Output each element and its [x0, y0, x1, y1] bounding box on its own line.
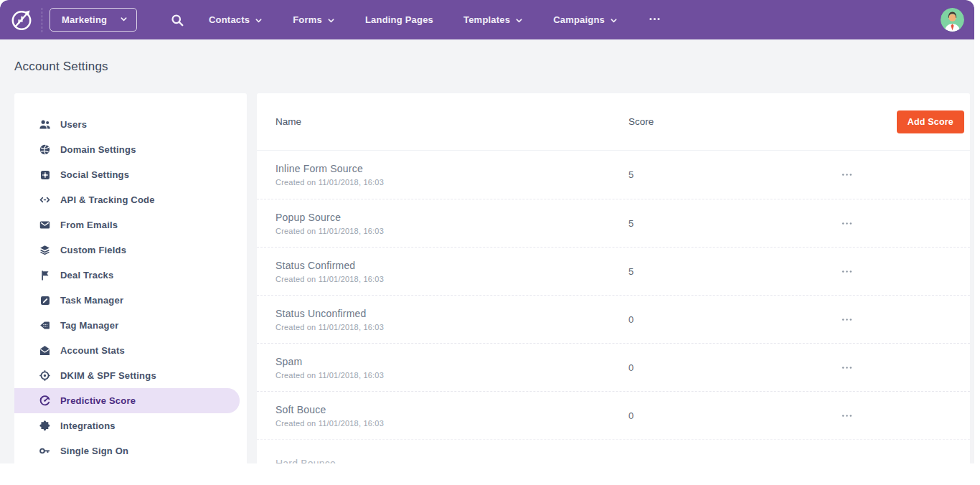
flag-icon	[39, 269, 51, 281]
row-name-cell: Soft BouceCreated on 11/01/2018, 16:03	[275, 404, 628, 428]
chevron-down-icon	[327, 17, 335, 24]
predictive-score-panel: Name Score Add Score Inline Form SourceC…	[257, 93, 970, 463]
row-created-timestamp: Created on 11/01/2018, 16:03	[275, 275, 628, 283]
nav-item-campaigns[interactable]: Campaigns	[553, 9, 618, 31]
column-header-name: Name	[275, 116, 628, 127]
nav-item-label: Campaigns	[553, 14, 605, 25]
sidebar-item-task-manager[interactable]: Task Manager	[14, 288, 240, 313]
row-name-cell: SpamCreated on 11/01/2018, 16:03	[275, 356, 628, 380]
row-name: Popup Source	[275, 212, 628, 223]
sidebar-item-api-tracking-code[interactable]: API & Tracking Code	[14, 187, 240, 212]
code-icon	[39, 194, 51, 206]
sidebar-item-label: Tag Manager	[60, 320, 118, 331]
sidebar-item-domain-settings[interactable]: Domain Settings	[14, 137, 240, 162]
row-menu-button[interactable]	[841, 169, 858, 181]
users-icon	[39, 118, 51, 131]
topbar-divider	[42, 8, 42, 32]
sidebar-item-integrations[interactable]: Integrations	[14, 413, 240, 438]
row-created-timestamp: Created on 11/01/2018, 16:03	[275, 178, 628, 187]
row-score-value: 0	[628, 314, 841, 325]
top-navigation-bar: Marketing ContactsFormsLanding PagesTemp…	[0, 0, 974, 39]
search-icon[interactable]	[170, 13, 184, 27]
nav-item-landing-pages[interactable]: Landing Pages	[365, 9, 433, 31]
row-menu-button[interactable]	[841, 217, 858, 230]
chevron-down-icon	[120, 14, 128, 25]
sidebar-item-social-settings[interactable]: Social Settings	[14, 162, 240, 187]
puzzle-icon	[39, 420, 51, 432]
sidebar-item-single-sign-on[interactable]: Single Sign On	[14, 438, 240, 463]
sidebar-item-label: Task Manager	[60, 295, 123, 306]
sidebar-item-label: Account Stats	[60, 345, 125, 356]
sidebar-item-label: Integrations	[60, 420, 116, 431]
nav-item-label: Templates	[463, 14, 510, 25]
row-created-timestamp: Created on 11/01/2018, 16:03	[275, 227, 628, 235]
open-envelope-icon	[39, 344, 51, 357]
column-header-score: Score	[628, 116, 897, 127]
row-created-timestamp: Created on 11/01/2018, 16:03	[275, 323, 628, 331]
app-switcher-button[interactable]: Marketing	[50, 8, 137, 32]
row-score-value: 5	[628, 266, 841, 277]
row-name-cell: Status ConfirmedCreated on 11/01/2018, 1…	[275, 260, 628, 283]
row-name-cell: Hard Bounce	[275, 458, 628, 463]
row-score-value: 5	[628, 218, 841, 229]
nav-item-forms[interactable]: Forms	[293, 9, 335, 31]
row-menu-button[interactable]	[841, 265, 858, 278]
row-menu-button[interactable]	[841, 410, 858, 422]
sidebar-item-account-stats[interactable]: Account Stats	[14, 338, 240, 363]
sidebar-item-custom-fields[interactable]: Custom Fields	[14, 237, 240, 263]
page-header: Account Settings	[0, 39, 974, 93]
row-name: Inline Form Source	[275, 163, 628, 174]
row-name-cell: Inline Form SourceCreated on 11/01/2018,…	[275, 163, 628, 187]
add-score-button[interactable]: Add Score	[897, 110, 964, 133]
sidebar-item-predictive-score[interactable]: Predictive Score	[14, 388, 240, 413]
row-created-timestamp: Created on 11/01/2018, 16:03	[275, 419, 628, 428]
score-row-status-confirmed: Status ConfirmedCreated on 11/01/2018, 1…	[257, 247, 970, 295]
sidebar-item-label: Custom Fields	[60, 245, 126, 255]
sidebar-item-from-emails[interactable]: From Emails	[14, 212, 240, 237]
score-row-spam: SpamCreated on 11/01/2018, 16:030	[257, 343, 970, 391]
sidebar-item-users[interactable]: Users	[14, 112, 240, 137]
score-row-soft-bouce: Soft BouceCreated on 11/01/2018, 16:030	[257, 391, 970, 439]
nav-item-label: Landing Pages	[365, 14, 433, 25]
row-name: Hard Bounce	[275, 458, 628, 463]
sidebar-item-label: Domain Settings	[60, 144, 136, 155]
nav-item-contacts[interactable]: Contacts	[209, 9, 263, 31]
chevron-down-icon	[515, 17, 523, 24]
row-name-cell: Status UnconfirmedCreated on 11/01/2018,…	[275, 308, 628, 331]
dots-horizontal-icon	[648, 12, 661, 28]
row-score-value: 5	[628, 169, 841, 180]
row-menu-button[interactable]	[841, 362, 858, 374]
sidebar-item-label: Single Sign On	[60, 446, 128, 456]
nav-item-more[interactable]	[648, 6, 661, 34]
nav-item-templates[interactable]: Templates	[463, 9, 523, 31]
chevron-down-icon	[610, 17, 618, 24]
nav-item-label: Contacts	[209, 14, 250, 25]
sidebar-item-label: Predictive Score	[60, 395, 136, 406]
engagebay-logo[interactable]	[9, 6, 36, 34]
score-row-inline-form-source: Inline Form SourceCreated on 11/01/2018,…	[257, 151, 970, 199]
sidebar-item-label: DKIM & SPF Settings	[60, 370, 156, 381]
row-name-cell: Popup SourceCreated on 11/01/2018, 16:03	[275, 212, 628, 235]
tag-icon	[39, 319, 51, 331]
main-nav: ContactsFormsLanding PagesTemplatesCampa…	[209, 6, 661, 34]
sidebar-item-deal-tracks[interactable]: Deal Tracks	[14, 263, 240, 288]
row-name: Status Confirmed	[275, 260, 628, 271]
row-menu-button[interactable]	[841, 314, 858, 326]
key-icon	[39, 445, 51, 457]
nav-item-label: Forms	[293, 14, 322, 25]
sidebar-item-tag-manager[interactable]: Tag Manager	[14, 313, 240, 338]
user-avatar[interactable]	[941, 8, 964, 32]
app-switcher-label: Marketing	[62, 14, 107, 25]
social-gear-icon	[39, 169, 51, 181]
sidebar-item-label: API & Tracking Code	[60, 194, 155, 205]
content-area: UsersDomain SettingsSocial SettingsAPI &…	[0, 93, 974, 463]
score-rows: Inline Form SourceCreated on 11/01/2018,…	[257, 151, 970, 463]
sidebar-item-dkim-spf-settings[interactable]: DKIM & SPF Settings	[14, 363, 240, 388]
row-name: Soft Bouce	[275, 404, 628, 415]
envelope-icon	[39, 219, 51, 231]
settings-sidebar: UsersDomain SettingsSocial SettingsAPI &…	[14, 93, 247, 463]
score-row-status-unconfirmed: Status UnconfirmedCreated on 11/01/2018,…	[257, 295, 970, 343]
row-created-timestamp: Created on 11/01/2018, 16:03	[275, 371, 628, 380]
globe-icon	[39, 143, 51, 156]
row-name: Spam	[275, 356, 628, 367]
